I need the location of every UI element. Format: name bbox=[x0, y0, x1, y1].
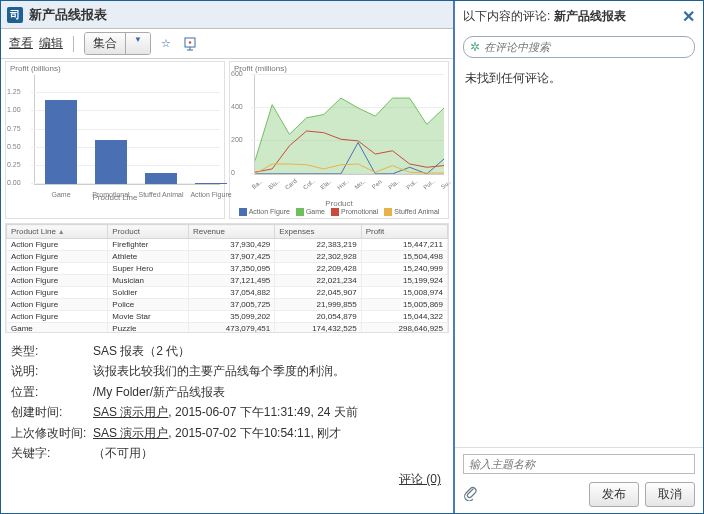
table-cell: 298,646,925 bbox=[361, 323, 447, 334]
table-cell: Puzzle bbox=[108, 323, 189, 334]
table-row[interactable]: GamePuzzle473,079,451174,432,525298,646,… bbox=[7, 323, 448, 334]
table-cell: 22,383,219 bbox=[275, 239, 361, 251]
column-header[interactable]: Revenue bbox=[188, 225, 274, 239]
table-cell: Police bbox=[108, 299, 189, 311]
line-category-label: Put.. bbox=[422, 178, 435, 191]
bar-chart-title: Profit (billions) bbox=[6, 62, 224, 75]
created-user-link[interactable]: SAS 演示用户 bbox=[93, 405, 168, 419]
legend-swatch bbox=[296, 208, 304, 216]
bar bbox=[95, 140, 127, 184]
charts-row: Profit (billions) 0.000.250.500.751.001.… bbox=[1, 59, 453, 221]
line-category-label: Cof.. bbox=[302, 178, 316, 191]
table-cell: 37,054,882 bbox=[188, 287, 274, 299]
edit-menu[interactable]: 编辑 bbox=[39, 35, 63, 52]
data-table-wrap[interactable]: Product Line ▲ProductRevenueExpensesProf… bbox=[5, 223, 449, 333]
line-xlabel: Product bbox=[230, 199, 448, 208]
table-row[interactable]: Action FigureFirefighter37,930,42922,383… bbox=[7, 239, 448, 251]
meta-created-value: SAS 演示用户, 2015-06-07 下午11:31:49, 24 天前 bbox=[93, 402, 358, 422]
comments-count-link[interactable]: 评论 (0) bbox=[1, 469, 453, 494]
line-category-label: Blu.. bbox=[268, 178, 281, 190]
legend-item: Promotional bbox=[331, 208, 378, 216]
table-cell: 37,907,425 bbox=[188, 251, 274, 263]
line-category-label: Hor.. bbox=[336, 178, 350, 191]
comment-search-box[interactable]: ✲ bbox=[463, 36, 695, 58]
table-row[interactable]: Action FigureMovie Star35,099,20220,054,… bbox=[7, 311, 448, 323]
legend-swatch bbox=[331, 208, 339, 216]
page-title: 新产品线报表 bbox=[29, 6, 107, 24]
table-cell: Soldier bbox=[108, 287, 189, 299]
group-dropdown[interactable]: ▼ bbox=[125, 33, 150, 54]
table-cell: 22,045,907 bbox=[275, 287, 361, 299]
table-cell: Action Figure bbox=[7, 311, 108, 323]
table-cell: 37,350,095 bbox=[188, 263, 274, 275]
bar-chart-box: Profit (billions) 0.000.250.500.751.001.… bbox=[5, 61, 225, 219]
view-menu[interactable]: 查看 bbox=[9, 35, 33, 52]
table-cell: 22,209,428 bbox=[275, 263, 361, 275]
meta-created-label: 创建时间: bbox=[11, 402, 93, 422]
toolbar: 查看 编辑 集合 ▼ ☆ bbox=[1, 29, 453, 59]
table-cell: 473,079,451 bbox=[188, 323, 274, 334]
table-row[interactable]: Action FigureAthlete37,907,42522,302,928… bbox=[7, 251, 448, 263]
table-cell: 22,302,928 bbox=[275, 251, 361, 263]
close-icon[interactable]: ✕ bbox=[682, 7, 695, 26]
column-header[interactable]: Profit bbox=[361, 225, 447, 239]
data-table: Product Line ▲ProductRevenueExpensesProf… bbox=[6, 224, 448, 333]
meta-desc-label: 说明: bbox=[11, 361, 93, 381]
meta-type-label: 类型: bbox=[11, 341, 93, 361]
bar bbox=[45, 100, 77, 184]
table-cell: 15,005,869 bbox=[361, 299, 447, 311]
bar-category-label: Game bbox=[51, 191, 70, 198]
line-chart: 0200400600Ba..Blu..CardCof..Ela..Hor..Mo… bbox=[254, 75, 444, 175]
bar-category-label: Action Figure bbox=[190, 191, 231, 198]
comments-header-title: 新产品线报表 bbox=[554, 8, 626, 25]
comments-panel: 以下内容的评论: 新产品线报表 ✕ ✲ 未找到任何评论。 发布 取消 bbox=[455, 1, 703, 513]
line-category-label: Ela.. bbox=[319, 178, 332, 190]
subject-input[interactable] bbox=[463, 454, 695, 474]
legend-item: Game bbox=[296, 208, 325, 216]
meta-loc-value: /My Folder/新产品线报表 bbox=[93, 382, 225, 402]
table-row[interactable]: Action FigureSoldier37,054,88222,045,907… bbox=[7, 287, 448, 299]
gridline: 1.25 bbox=[31, 92, 220, 93]
table-row[interactable]: Action FigurePolice37,005,72521,999,8551… bbox=[7, 299, 448, 311]
column-header[interactable]: Expenses bbox=[275, 225, 361, 239]
table-cell: Action Figure bbox=[7, 299, 108, 311]
attach-icon[interactable] bbox=[463, 485, 477, 505]
table-cell: Movie Star bbox=[108, 311, 189, 323]
bar-category-label: Promotional bbox=[92, 191, 129, 198]
comments-header-prefix: 以下内容的评论: bbox=[463, 8, 550, 25]
table-cell: 15,008,974 bbox=[361, 287, 447, 299]
meta-keywords-label: 关键字: bbox=[11, 443, 93, 463]
left-panel: 司 新产品线报表 查看 编辑 集合 ▼ ☆ Profit (billions) … bbox=[1, 1, 455, 513]
meta-modified-value: SAS 演示用户, 2015-07-02 下午10:54:11, 刚才 bbox=[93, 423, 341, 443]
table-cell: 37,121,495 bbox=[188, 275, 274, 287]
table-cell: 35,099,202 bbox=[188, 311, 274, 323]
line-legend: Action FigureGamePromotionalStuffed Anim… bbox=[230, 208, 448, 218]
table-row[interactable]: Action FigureSuper Hero37,350,09522,209,… bbox=[7, 263, 448, 275]
modified-user-link[interactable]: SAS 演示用户 bbox=[93, 426, 168, 440]
group-button[interactable]: 集合 bbox=[85, 33, 125, 54]
table-header-row: Product Line ▲ProductRevenueExpensesProf… bbox=[7, 225, 448, 239]
bar bbox=[195, 183, 227, 184]
comments-footer: 发布 取消 bbox=[455, 447, 703, 513]
table-cell: 174,432,525 bbox=[275, 323, 361, 334]
table-cell: Super Hero bbox=[108, 263, 189, 275]
meta-loc-label: 位置: bbox=[11, 382, 93, 402]
table-cell: 15,504,498 bbox=[361, 251, 447, 263]
legend-swatch bbox=[384, 208, 392, 216]
table-cell: Action Figure bbox=[7, 239, 108, 251]
cancel-button[interactable]: 取消 bbox=[645, 482, 695, 507]
line-category-label: Pla.. bbox=[388, 178, 401, 190]
favorite-icon[interactable]: ☆ bbox=[157, 35, 175, 53]
legend-item: Action Figure bbox=[239, 208, 290, 216]
table-cell: 37,930,429 bbox=[188, 239, 274, 251]
settings-icon[interactable] bbox=[181, 35, 199, 53]
comment-search-input[interactable] bbox=[484, 41, 688, 53]
column-header[interactable]: Product bbox=[108, 225, 189, 239]
line-category-label: Mo.. bbox=[354, 178, 367, 190]
table-row[interactable]: Action FigureMusician37,121,49522,021,23… bbox=[7, 275, 448, 287]
publish-button[interactable]: 发布 bbox=[589, 482, 639, 507]
column-header[interactable]: Product Line ▲ bbox=[7, 225, 108, 239]
bar-chart: 0.000.250.500.751.001.25GamePromotionalS… bbox=[34, 75, 220, 185]
line-category-label: Pol.. bbox=[405, 178, 418, 190]
table-cell: Action Figure bbox=[7, 251, 108, 263]
